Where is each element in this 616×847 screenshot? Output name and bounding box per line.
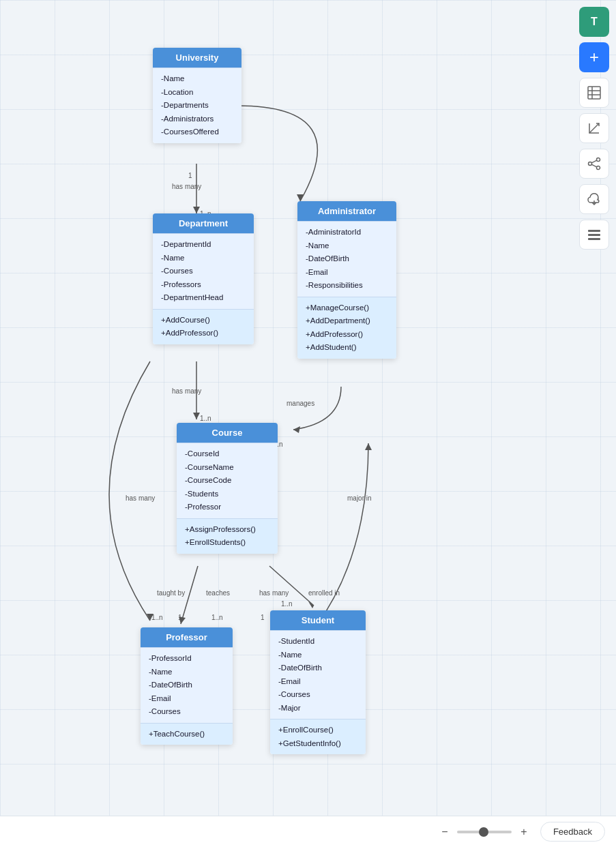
table-button[interactable] bbox=[579, 78, 609, 108]
zoom-in-button[interactable]: + bbox=[516, 824, 532, 840]
label-dept-has-many: has many bbox=[172, 387, 201, 395]
feedback-button[interactable]: Feedback bbox=[540, 822, 605, 842]
cloud-button[interactable] bbox=[579, 184, 609, 214]
svg-marker-11 bbox=[365, 443, 372, 450]
table-icon bbox=[587, 85, 602, 100]
student-attributes: -StudentId -Name -DateOfBirth -Email -Co… bbox=[270, 630, 366, 719]
svg-line-21 bbox=[591, 164, 596, 167]
administrator-methods: +ManageCourse() +AddDepartment() +AddPro… bbox=[297, 297, 396, 359]
label-has-many-course: has many bbox=[259, 589, 289, 597]
user-avatar[interactable]: T bbox=[579, 7, 609, 37]
department-title: Department bbox=[153, 213, 254, 233]
professor-title: Professor bbox=[141, 627, 233, 647]
zoom-controls: − + bbox=[437, 824, 532, 840]
department-methods: +AddCourse() +AddProfessor() bbox=[153, 309, 254, 344]
label-univ-dept-1: 1 bbox=[188, 172, 192, 179]
label-1n-deptcourse: 1..n bbox=[200, 415, 211, 422]
professor-class: Professor -ProfessorId -Name -DateOfBirt… bbox=[141, 627, 233, 745]
label-has-many-left: has many bbox=[126, 494, 155, 502]
svg-marker-4 bbox=[297, 194, 304, 201]
label-prof-1: 1 bbox=[178, 614, 182, 621]
course-class: Course -CourseId -CourseName -CourseCode… bbox=[177, 423, 278, 554]
course-attributes: -CourseId -CourseName -CourseCode -Stude… bbox=[177, 443, 278, 518]
department-attributes: -DepartmentId -Name -Courses -Professors… bbox=[153, 233, 254, 309]
administrator-class: Administrator -AdministratorId -Name -Da… bbox=[297, 201, 396, 359]
svg-marker-9 bbox=[308, 601, 314, 608]
layout-icon bbox=[587, 227, 602, 242]
svg-point-19 bbox=[597, 166, 600, 170]
toolbar: T + bbox=[579, 7, 609, 250]
svg-point-17 bbox=[597, 158, 600, 162]
share-button[interactable] bbox=[579, 149, 609, 179]
layout-button[interactable] bbox=[579, 220, 609, 250]
university-attributes: -Name -Location -Departments -Administra… bbox=[153, 68, 241, 143]
svg-line-20 bbox=[591, 160, 596, 163]
label-1n-prof: 1..n bbox=[211, 614, 223, 621]
zoom-thumb bbox=[479, 827, 488, 837]
label-teaches: teaches bbox=[206, 589, 230, 597]
department-class: Department -DepartmentId -Name -Courses … bbox=[153, 213, 254, 344]
svg-marker-1 bbox=[193, 207, 200, 213]
svg-rect-25 bbox=[588, 238, 600, 240]
svg-rect-23 bbox=[588, 230, 600, 232]
svg-marker-3 bbox=[193, 413, 200, 419]
label-enrolled-in: enrolled in bbox=[308, 589, 340, 597]
svg-rect-12 bbox=[588, 87, 600, 99]
bottom-bar: − + Feedback bbox=[0, 816, 616, 847]
zoom-out-button[interactable]: − bbox=[437, 824, 453, 840]
label-prof-1n: 1..n bbox=[151, 614, 163, 621]
university-class: University -Name -Location -Departments … bbox=[153, 48, 241, 143]
course-title: Course bbox=[177, 423, 278, 443]
student-class: Student -StudentId -Name -DateOfBirth -E… bbox=[270, 610, 366, 754]
label-1: 1 bbox=[261, 614, 265, 621]
label-taught-by: taught by bbox=[157, 589, 185, 597]
svg-point-18 bbox=[589, 162, 592, 166]
label-1n-student: 1..n bbox=[281, 600, 293, 608]
resize-icon bbox=[587, 121, 602, 136]
svg-line-16 bbox=[589, 123, 599, 133]
professor-attributes: -ProfessorId -Name -DateOfBirth -Email -… bbox=[141, 647, 233, 723]
svg-rect-24 bbox=[588, 234, 600, 236]
student-methods: +EnrollCourse() +GetStudentInfo() bbox=[270, 719, 366, 754]
university-title: University bbox=[153, 48, 241, 68]
course-methods: +AssignProfessors() +EnrollStudents() bbox=[177, 518, 278, 554]
cloud-icon bbox=[587, 192, 602, 207]
share-icon bbox=[587, 156, 602, 171]
administrator-attributes: -AdministratorId -Name -DateOfBirth -Ema… bbox=[297, 221, 396, 297]
resize-button[interactable] bbox=[579, 113, 609, 143]
label-has-many-univdept: has many bbox=[172, 183, 201, 190]
label-major-in: major in bbox=[347, 494, 372, 502]
zoom-slider[interactable] bbox=[457, 831, 512, 833]
professor-methods: +TeachCourse() bbox=[141, 723, 233, 745]
student-title: Student bbox=[270, 610, 366, 630]
add-button[interactable]: + bbox=[579, 42, 609, 72]
administrator-title: Administrator bbox=[297, 201, 396, 221]
svg-marker-5 bbox=[293, 426, 300, 433]
label-manages: manages bbox=[287, 400, 314, 407]
